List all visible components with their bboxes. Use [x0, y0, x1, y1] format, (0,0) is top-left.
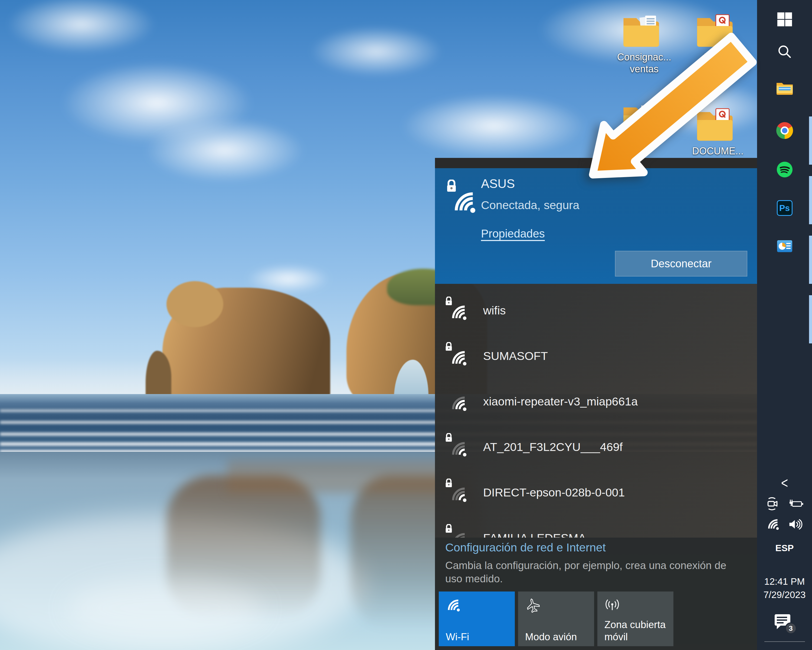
wifi-ssid-label: DIRECT-epson-028b-0-001: [483, 486, 625, 499]
pointer-arrow-graphic: [571, 16, 777, 206]
wifi-signal-icon: [445, 526, 469, 538]
clock-date: 7/29/2023: [763, 588, 806, 601]
quick-action-tiles: Wi-Fi Modo avión: [439, 592, 673, 646]
wifi-flyout: ASUS Conectada, segura Propiedades Desco…: [435, 158, 757, 650]
network-settings-link[interactable]: Configuración de red e Internet: [445, 541, 606, 554]
connection-status: Conectada, segura: [481, 199, 579, 212]
language-indicator[interactable]: ESP: [775, 543, 794, 553]
clock[interactable]: 12:41 PM 7/29/2023: [763, 575, 806, 601]
wifi-signal-icon: [445, 299, 469, 322]
tile-label: Modo avión: [525, 631, 591, 643]
flyout-footer: Configuración de red e Internet Cambia l…: [435, 538, 757, 650]
wifi-ssid-label: wifis: [483, 304, 506, 317]
wifi-network-row[interactable]: wifis: [435, 288, 757, 333]
clock-time: 12:41 PM: [763, 575, 806, 588]
wifi-fan-icon: [450, 303, 469, 322]
quick-action-tile[interactable]: Modo avión: [518, 592, 594, 646]
wifi-fan-icon: [451, 189, 478, 216]
connected-ssid: ASUS: [481, 176, 515, 191]
connected-wifi-signal-icon: [446, 180, 478, 216]
wifi-network-list: wifis SUMASOFT xiaomi-repeater-v3_miap66…: [435, 284, 757, 538]
wifi-ssid-label: xiaomi-repeater-v3_miap661a: [483, 395, 638, 408]
wifi-fan-icon: [450, 440, 469, 459]
wifi-icon: [446, 598, 461, 613]
mobile-hotspot-icon: [604, 598, 620, 613]
desktop-screen: PDF Consignac... ventas PDF: [0, 0, 812, 650]
wifi-network-row[interactable]: DIRECT-epson-028b-0-001: [435, 470, 757, 515]
volume-tray-button[interactable]: [788, 517, 804, 532]
disconnect-button[interactable]: Desconectar: [615, 251, 747, 277]
show-desktop-divider: [765, 641, 805, 642]
wifi-signal-icon: [445, 481, 469, 504]
wifi-signal-icon: [445, 435, 469, 459]
wifi-network-row[interactable]: FAMILIA LEDESMA: [435, 515, 757, 538]
wifi-network-row[interactable]: SUMASOFT: [435, 333, 757, 379]
airplane-icon: [525, 598, 541, 613]
wifi-fan-icon: [450, 394, 469, 413]
network-settings-description: Cambia la configuración, por ejemplo, cr…: [445, 559, 743, 585]
wifi-fan-icon: [450, 531, 469, 538]
wifi-network-row[interactable]: xiaomi-repeater-v3_miap661a: [435, 379, 757, 424]
wifi-ssid-label: FAMILIA LEDESMA: [483, 531, 586, 538]
wifi-tray-icon: [766, 517, 780, 531]
battery-charging-icon: [788, 498, 804, 509]
properties-link[interactable]: Propiedades: [481, 227, 545, 240]
tile-label: Wi-Fi: [446, 631, 512, 643]
wifi-fan-icon: [450, 485, 469, 504]
wifi-ssid-label: AT_201_F3L2CYU___469f: [483, 440, 623, 454]
hidden-icons-chevron[interactable]: <: [781, 474, 788, 492]
wifi-ssid-label: SUMASOFT: [483, 349, 548, 362]
meet-now-tray-button[interactable]: [766, 496, 781, 511]
action-center-button[interactable]: 3: [773, 613, 796, 634]
wifi-network-row[interactable]: AT_201_F3L2CYU___469f: [435, 424, 757, 470]
tile-label: Zona cubierta móvil: [604, 619, 671, 643]
speaker-icon: [788, 518, 804, 530]
wifi-fan-icon: [450, 349, 469, 367]
meet-now-camera-icon: [766, 496, 781, 511]
battery-tray-button[interactable]: [788, 496, 804, 511]
wifi-signal-icon: [445, 390, 469, 413]
notification-count-badge: 3: [785, 622, 797, 634]
quick-action-tile[interactable]: Zona cubierta móvil: [597, 592, 673, 646]
wifi-tray-button[interactable]: [766, 517, 781, 532]
wifi-signal-icon: [445, 344, 469, 367]
quick-action-tile[interactable]: Wi-Fi: [439, 592, 515, 646]
